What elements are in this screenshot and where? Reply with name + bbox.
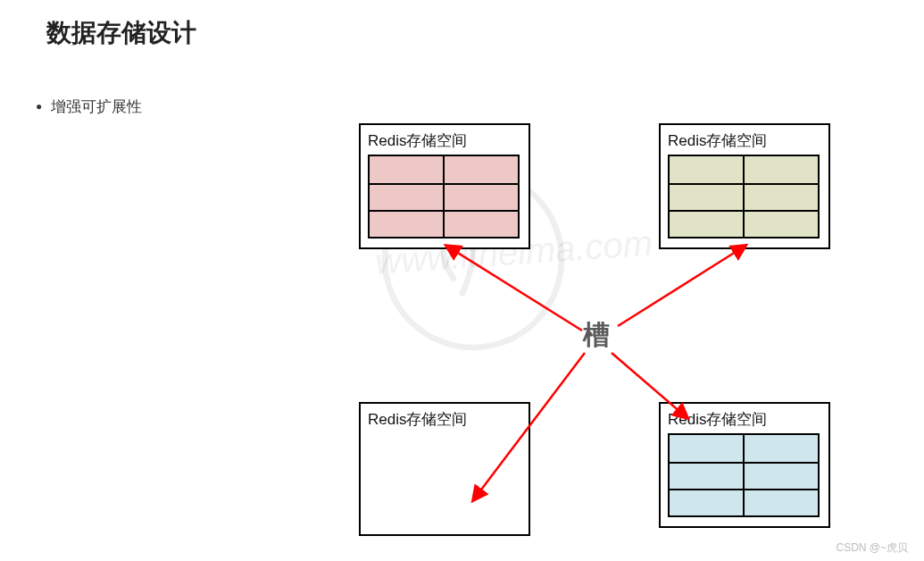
- redis-label: Redis存储空间: [668, 409, 821, 430]
- redis-label: Redis存储空间: [368, 130, 521, 151]
- redis-box-bottom-right: Redis存储空间: [659, 402, 830, 528]
- slot-grid-blue: [668, 433, 820, 517]
- svg-line-3: [618, 246, 745, 326]
- redis-box-top-left: Redis存储空间: [359, 123, 530, 249]
- center-slot-label: 槽: [583, 317, 610, 354]
- slot-grid-pink: [368, 155, 520, 239]
- diagram-area: Redis存储空间 Redis存储空间 Redis存储空间 Redis存储空间 …: [0, 0, 924, 561]
- svg-line-2: [446, 246, 582, 331]
- redis-label: Redis存储空间: [368, 409, 521, 430]
- redis-box-top-right: Redis存储空间: [659, 123, 830, 249]
- slot-grid-green: [668, 155, 820, 239]
- redis-label: Redis存储空间: [668, 130, 821, 151]
- redis-box-bottom-left: Redis存储空间: [359, 402, 530, 536]
- footer-credit: CSDN @~虎贝: [836, 540, 908, 556]
